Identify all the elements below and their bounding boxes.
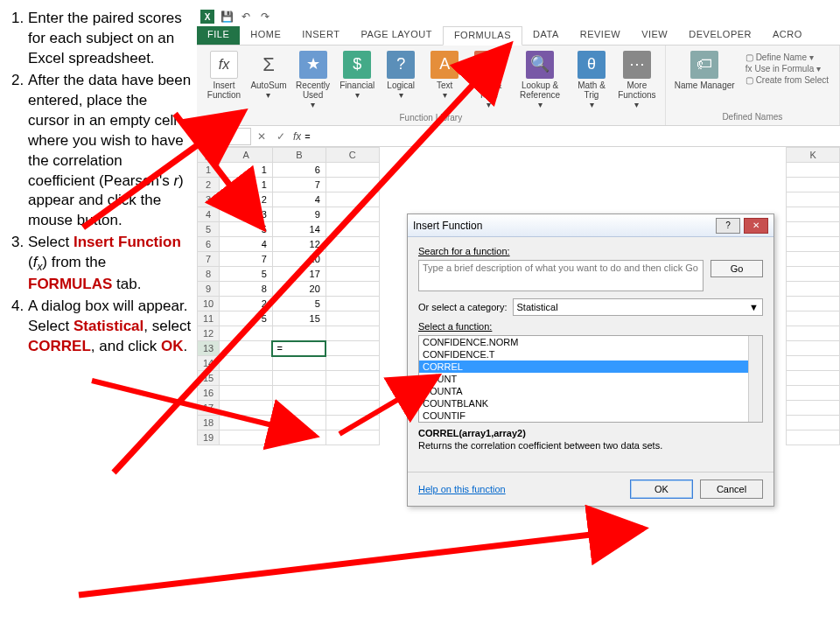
- cell[interactable]: 3: [220, 207, 273, 222]
- row-header[interactable]: 17: [198, 401, 220, 416]
- cell[interactable]: [787, 297, 840, 312]
- cell[interactable]: [326, 252, 379, 267]
- create-from-selection-button[interactable]: ▢ Create from Select: [746, 75, 829, 85]
- text-button[interactable]: AText ▾: [424, 49, 466, 111]
- name-box[interactable]: [200, 128, 251, 145]
- cell[interactable]: [220, 430, 273, 445]
- col-header-b[interactable]: B: [272, 148, 326, 163]
- cell[interactable]: 2: [220, 192, 273, 207]
- cell[interactable]: 1: [220, 178, 273, 192]
- cell[interactable]: [787, 178, 840, 192]
- cell[interactable]: [787, 356, 840, 371]
- row-header[interactable]: 10: [198, 297, 220, 312]
- cell[interactable]: [326, 267, 379, 282]
- cancel-button[interactable]: Cancel: [700, 480, 763, 499]
- cell[interactable]: 7: [220, 252, 273, 267]
- cell[interactable]: 5: [220, 267, 273, 282]
- tab-review[interactable]: REVIEW: [570, 26, 631, 45]
- row-header[interactable]: 19: [198, 430, 220, 445]
- cell[interactable]: [787, 312, 840, 326]
- dialog-title-bar[interactable]: Insert Function ? ✕: [408, 214, 774, 237]
- cell[interactable]: 4: [220, 237, 273, 252]
- cell[interactable]: [787, 192, 840, 207]
- row-header[interactable]: 18: [198, 416, 220, 430]
- cell[interactable]: [220, 356, 273, 371]
- row-header[interactable]: 7: [198, 252, 220, 267]
- cell[interactable]: [272, 401, 326, 416]
- tab-view[interactable]: VIEW: [631, 26, 678, 45]
- cell[interactable]: [787, 282, 840, 297]
- cell[interactable]: 14: [272, 222, 326, 237]
- cell[interactable]: [787, 252, 840, 267]
- cell[interactable]: [326, 341, 379, 356]
- ok-button[interactable]: OK: [630, 480, 693, 499]
- formula-enter-icon[interactable]: ✓: [274, 130, 288, 143]
- cell[interactable]: 5: [220, 312, 273, 326]
- cell[interactable]: [787, 386, 840, 401]
- cell[interactable]: [220, 341, 273, 356]
- row-header[interactable]: 13: [198, 341, 220, 356]
- cell[interactable]: [326, 416, 379, 430]
- cell[interactable]: [220, 326, 273, 341]
- cell[interactable]: [326, 178, 379, 192]
- undo-icon[interactable]: ↶: [239, 10, 253, 24]
- cell[interactable]: 20: [272, 282, 326, 297]
- cell[interactable]: [326, 207, 379, 222]
- cell[interactable]: 5: [272, 297, 326, 312]
- save-icon[interactable]: 💾: [220, 10, 234, 24]
- cell[interactable]: 4: [272, 192, 326, 207]
- col-header-a[interactable]: A: [220, 148, 273, 163]
- cell[interactable]: [272, 430, 326, 445]
- cell[interactable]: [326, 297, 379, 312]
- cell[interactable]: [787, 416, 840, 430]
- redo-icon[interactable]: ↷: [258, 10, 272, 24]
- dialog-close-icon[interactable]: ✕: [744, 218, 768, 234]
- cell[interactable]: 2: [220, 297, 273, 312]
- cell[interactable]: [272, 386, 326, 401]
- cell[interactable]: [326, 163, 379, 178]
- cell[interactable]: [326, 386, 379, 401]
- row-header[interactable]: 2: [198, 178, 220, 192]
- tab-file[interactable]: FILE: [197, 26, 240, 45]
- cell[interactable]: [220, 371, 273, 386]
- cell[interactable]: [220, 401, 273, 416]
- search-function-input[interactable]: Type a brief description of what you wan…: [418, 260, 704, 291]
- tab-home[interactable]: HOME: [240, 26, 291, 45]
- cell[interactable]: [787, 207, 840, 222]
- cell[interactable]: [326, 371, 379, 386]
- cell[interactable]: [326, 326, 379, 341]
- dialog-help-icon[interactable]: ?: [716, 218, 740, 234]
- function-list-item[interactable]: CONFIDENCE.T: [419, 348, 762, 360]
- cell[interactable]: [787, 341, 840, 356]
- cell[interactable]: [272, 371, 326, 386]
- row-header[interactable]: 8: [198, 267, 220, 282]
- row-header[interactable]: 3: [198, 192, 220, 207]
- cell[interactable]: [326, 282, 379, 297]
- cell[interactable]: [272, 356, 326, 371]
- row-header[interactable]: 11: [198, 312, 220, 326]
- function-list-item[interactable]: COUNTIF: [419, 410, 762, 422]
- row-header[interactable]: 14: [198, 356, 220, 371]
- cell[interactable]: [326, 237, 379, 252]
- autosum-button[interactable]: ΣAutoSum ▾: [248, 49, 290, 111]
- cell[interactable]: [220, 416, 273, 430]
- tab-page-layout[interactable]: PAGE LAYOUT: [350, 26, 443, 45]
- cell[interactable]: 8: [220, 282, 273, 297]
- help-link[interactable]: Help on this function: [418, 484, 506, 494]
- cell[interactable]: [326, 192, 379, 207]
- formula-input[interactable]: [301, 128, 840, 145]
- cell[interactable]: [787, 430, 840, 445]
- cell[interactable]: [326, 430, 379, 445]
- cell[interactable]: 15: [272, 312, 326, 326]
- tab-insert[interactable]: INSERT: [291, 26, 350, 45]
- lookup-reference-button[interactable]: 🔍Lookup & Reference ▾: [511, 49, 569, 111]
- cell[interactable]: [787, 326, 840, 341]
- date-time-button[interactable]: 🕒Date & Time ▾: [467, 49, 509, 111]
- row-header[interactable]: 12: [198, 326, 220, 341]
- tab-developer[interactable]: DEVELOPER: [678, 26, 762, 45]
- cell[interactable]: [272, 326, 326, 341]
- list-scrollbar[interactable]: [748, 336, 762, 422]
- cell[interactable]: 7: [272, 178, 326, 192]
- define-name-button[interactable]: ▢ Define Name ▾: [746, 52, 829, 62]
- cell[interactable]: [787, 401, 840, 416]
